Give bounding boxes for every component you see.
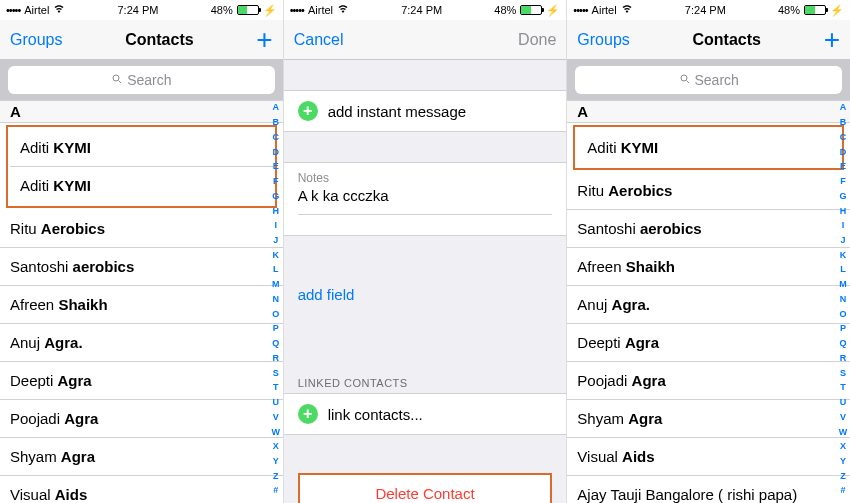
index-letter[interactable]: # <box>841 485 846 495</box>
index-letter[interactable]: H <box>272 206 279 216</box>
index-letter[interactable]: S <box>273 368 279 378</box>
battery-percent: 48% <box>494 4 516 16</box>
index-letter[interactable]: Z <box>840 471 846 481</box>
index-letter[interactable]: L <box>273 264 279 274</box>
groups-button[interactable]: Groups <box>577 31 629 49</box>
notes-field[interactable]: Notes A k ka ccczka <box>284 162 567 236</box>
contacts-list-pane-after: ••••• Airtel 7:24 PM 48% ⚡ Groups Contac… <box>567 0 850 503</box>
index-letter[interactable]: T <box>840 382 846 392</box>
index-letter[interactable]: X <box>840 441 846 451</box>
index-letter[interactable]: Y <box>840 456 846 466</box>
index-letter[interactable]: F <box>273 176 279 186</box>
notes-value: A k ka ccczka <box>284 185 567 214</box>
index-letter[interactable]: N <box>840 294 847 304</box>
index-letter[interactable]: X <box>273 441 279 451</box>
index-letter[interactable]: P <box>273 323 279 333</box>
index-letter[interactable]: I <box>274 220 277 230</box>
index-letter[interactable]: B <box>840 117 847 127</box>
index-letter[interactable]: O <box>272 309 279 319</box>
cancel-button[interactable]: Cancel <box>294 31 344 49</box>
index-letter[interactable]: V <box>840 412 846 422</box>
index-letter[interactable]: F <box>840 176 846 186</box>
contact-row[interactable]: Deepti Agra <box>0 362 283 400</box>
index-letter[interactable]: C <box>840 132 847 142</box>
contact-row[interactable]: Visual Aids <box>567 438 850 476</box>
index-letter[interactable]: R <box>272 353 279 363</box>
add-icon: + <box>298 101 318 121</box>
clock-label: 7:24 PM <box>118 4 159 16</box>
alpha-index-strip[interactable]: ABCDEFGHIJKLMNOPQRSTUVWXYZ# <box>836 100 850 498</box>
index-letter[interactable]: V <box>273 412 279 422</box>
contact-row[interactable]: Aditi KYMI <box>577 129 840 166</box>
done-button[interactable]: Done <box>518 31 556 49</box>
contact-row[interactable]: Santoshi aerobics <box>567 210 850 248</box>
wifi-icon <box>53 3 65 17</box>
delete-highlight-box: Delete Contact <box>298 473 553 503</box>
index-letter[interactable]: E <box>273 161 279 171</box>
contact-row[interactable]: Visual Aids <box>0 476 283 503</box>
index-letter[interactable]: D <box>272 147 279 157</box>
index-letter[interactable]: A <box>840 102 847 112</box>
index-letter[interactable]: Q <box>272 338 279 348</box>
add-field-label: add field <box>298 286 355 303</box>
index-letter[interactable]: W <box>271 427 280 437</box>
index-letter[interactable]: E <box>840 161 846 171</box>
index-letter[interactable]: U <box>272 397 279 407</box>
index-letter[interactable]: M <box>839 279 847 289</box>
contact-row[interactable]: Ritu Aerobics <box>567 172 850 210</box>
index-letter[interactable]: W <box>839 427 848 437</box>
index-letter[interactable]: R <box>840 353 847 363</box>
index-letter[interactable]: A <box>272 102 279 112</box>
add-field-row[interactable]: add field <box>284 276 567 313</box>
index-letter[interactable]: Z <box>273 471 279 481</box>
add-contact-button[interactable]: + <box>256 26 272 54</box>
index-letter[interactable]: B <box>272 117 279 127</box>
alpha-index-strip[interactable]: ABCDEFGHIJKLMNOPQRSTUVWXYZ# <box>269 100 283 498</box>
index-letter[interactable]: O <box>840 309 847 319</box>
index-letter[interactable]: M <box>272 279 280 289</box>
index-letter[interactable]: N <box>272 294 279 304</box>
status-bar: ••••• Airtel 7:24 PM 48% ⚡ <box>0 0 283 20</box>
contact-row[interactable]: Shyam Agra <box>0 438 283 476</box>
index-letter[interactable]: L <box>840 264 846 274</box>
index-letter[interactable]: H <box>840 206 847 216</box>
add-instant-message-row[interactable]: + add instant message <box>284 90 567 132</box>
index-letter[interactable]: Y <box>273 456 279 466</box>
contact-row[interactable]: Santoshi aerobics <box>0 248 283 286</box>
svg-point-0 <box>113 75 119 81</box>
contact-row[interactable]: Afreen Shaikh <box>0 286 283 324</box>
contact-row[interactable]: Ritu Aerobics <box>0 210 283 248</box>
index-letter[interactable]: T <box>273 382 279 392</box>
link-contacts-row[interactable]: + link contacts... <box>284 393 567 435</box>
contact-row[interactable]: Anuj Agra. <box>567 286 850 324</box>
groups-button[interactable]: Groups <box>10 31 62 49</box>
contact-row[interactable]: Poojadi Agra <box>0 400 283 438</box>
index-letter[interactable]: J <box>273 235 278 245</box>
contact-row[interactable]: Afreen Shaikh <box>567 248 850 286</box>
index-letter[interactable]: C <box>272 132 279 142</box>
contact-row[interactable]: Aditi KYMI <box>10 167 273 204</box>
contact-row[interactable]: Aditi KYMI <box>10 129 273 167</box>
index-letter[interactable]: K <box>840 250 847 260</box>
contact-row[interactable]: Anuj Agra. <box>0 324 283 362</box>
index-letter[interactable]: D <box>840 147 847 157</box>
search-input[interactable]: Search <box>8 66 275 94</box>
index-letter[interactable]: S <box>840 368 846 378</box>
index-letter[interactable]: # <box>273 485 278 495</box>
index-letter[interactable]: U <box>840 397 847 407</box>
search-input[interactable]: Search <box>575 66 842 94</box>
contact-row[interactable]: Poojadi Agra <box>567 362 850 400</box>
index-letter[interactable]: J <box>841 235 846 245</box>
index-letter[interactable]: G <box>840 191 847 201</box>
add-contact-button[interactable]: + <box>824 26 840 54</box>
index-letter[interactable]: G <box>272 191 279 201</box>
delete-contact-button[interactable]: Delete Contact <box>300 475 551 503</box>
contact-row[interactable]: Ajay Tauji Bangalore ( rishi papa) <box>567 476 850 503</box>
contact-row[interactable]: Deepti Agra <box>567 324 850 362</box>
index-letter[interactable]: Q <box>840 338 847 348</box>
index-letter[interactable]: I <box>842 220 845 230</box>
nav-bar: Groups Contacts + <box>567 20 850 60</box>
index-letter[interactable]: P <box>840 323 846 333</box>
contact-row[interactable]: Shyam Agra <box>567 400 850 438</box>
index-letter[interactable]: K <box>272 250 279 260</box>
